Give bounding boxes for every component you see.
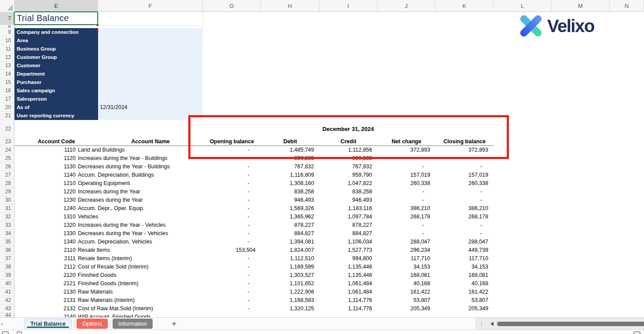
cell-credit[interactable]: 1,047,822 (319, 179, 377, 188)
cell-closing-balance[interactable]: - (435, 154, 494, 163)
filter-label-area[interactable]: Area (15, 36, 98, 45)
cell-account-name[interactable]: Decreases during the Year - Buildings (76, 163, 203, 171)
cell-closing-balance[interactable]: 34,153 (435, 263, 494, 271)
cell-opening-balance[interactable]: - (203, 271, 261, 280)
cell-net-change[interactable]: 268,178 (377, 213, 435, 221)
row-header-31[interactable]: 31 (0, 204, 14, 213)
cell-account-name[interactable]: WIP Account, Finished Goods (76, 313, 203, 317)
filter-label-as-of[interactable]: As of (15, 103, 98, 112)
cell-account-name[interactable]: Cost of Raw Mat.Sold (Interim) (76, 305, 203, 313)
cell-debit[interactable]: 1,222,906 (261, 288, 319, 296)
cell-account-code[interactable]: 2131 (15, 296, 76, 305)
cell-debit[interactable]: 1,365,962 (261, 213, 319, 221)
cell-opening-balance[interactable]: - (203, 171, 261, 179)
cell-debit[interactable]: 1,112,510 (261, 254, 319, 263)
cell-credit[interactable]: 1,527,773 (319, 246, 377, 254)
cell-opening-balance[interactable]: - (203, 221, 261, 229)
cell-credit[interactable]: 878,227 (319, 221, 377, 229)
row-header-38[interactable]: 38 (0, 263, 14, 271)
cell-closing-balance[interactable]: 157,019 (435, 171, 494, 179)
filter-value-field[interactable] (98, 28, 203, 36)
cell-closing-balance[interactable]: 386,210 (435, 204, 494, 213)
cell-credit[interactable]: 1,106,034 (319, 238, 377, 246)
cell-net-change[interactable]: - (377, 196, 435, 204)
row-header-36[interactable]: 36 (0, 246, 14, 254)
cell-account-name[interactable]: Land and Buildings (76, 146, 203, 154)
cell-net-change[interactable]: 53,807 (377, 296, 435, 305)
cell-opening-balance[interactable]: - (203, 288, 261, 296)
row-header-17[interactable]: 17 (0, 95, 14, 103)
select-all-corner[interactable] (0, 0, 15, 12)
cell-account-code[interactable]: 1130 (15, 163, 76, 171)
cell-net-change[interactable]: 260,338 (377, 179, 435, 188)
cell-net-change[interactable]: 386,210 (377, 204, 435, 213)
cell-account-code[interactable]: 1310 (15, 213, 76, 221)
cell-credit[interactable]: 1,183,116 (319, 204, 377, 213)
report-column-header[interactable]: Account Name (98, 138, 203, 145)
report-column-header[interactable]: Net change (377, 138, 435, 145)
cell-credit[interactable]: 1,114,776 (319, 305, 377, 313)
cell-net-change[interactable]: - (377, 154, 435, 163)
row-header-7[interactable]: 7 (0, 12, 14, 25)
cell-opening-balance[interactable]: - (203, 238, 261, 246)
cell-opening-balance[interactable]: - (203, 296, 261, 305)
cell-closing-balance[interactable]: - (435, 163, 494, 171)
cell-net-change[interactable]: - (377, 188, 435, 196)
column-header-g[interactable]: G (203, 0, 261, 12)
cell-net-change[interactable]: - (377, 221, 435, 229)
hscrollbar-track[interactable] (496, 321, 644, 327)
cell-closing-balance[interactable]: 205,349 (435, 305, 494, 313)
row-header-13[interactable]: 13 (0, 62, 14, 70)
row-header-33[interactable]: 33 (0, 221, 14, 229)
filter-value-field[interactable] (98, 112, 203, 120)
cell-debit[interactable]: 1,168,583 (261, 296, 319, 305)
cell-account-name[interactable]: Increases during the Year (76, 188, 203, 196)
cell-debit[interactable]: 1,101,652 (261, 280, 319, 288)
cell-account-code[interactable]: 2132 (15, 305, 76, 313)
row-header-25[interactable]: 25 (0, 154, 14, 163)
cell-account-name[interactable]: Increases during the Year - Buildings (76, 154, 203, 163)
cell-credit[interactable]: 767,832 (319, 163, 377, 171)
cell-closing-balance[interactable]: 260,338 (435, 179, 494, 188)
row-header-8[interactable]: 8 (0, 25, 14, 28)
report-column-header[interactable]: Debit (261, 138, 319, 145)
report-column-header[interactable]: Closing balance (435, 138, 494, 145)
cell-debit[interactable]: 838,258 (261, 188, 319, 196)
cell-opening-balance[interactable]: - (203, 146, 261, 154)
filter-value-field[interactable] (98, 36, 203, 45)
cell-net-change[interactable]: 296,234 (377, 246, 435, 254)
filter-label-business-group[interactable]: Business Group (15, 45, 98, 53)
cell-closing-balance[interactable]: - (435, 229, 494, 238)
row-header-10[interactable]: 10 (0, 36, 14, 45)
cell-account-name[interactable]: Raw Materials (Interim) (76, 296, 203, 305)
cell-debit[interactable]: 1,394,081 (261, 238, 319, 246)
filter-label-purchaser[interactable]: Purchaser (15, 78, 98, 87)
cell-opening-balance[interactable]: - (203, 213, 261, 221)
cell-closing-balance[interactable]: - (435, 196, 494, 204)
cell-credit[interactable]: 946,493 (319, 196, 377, 204)
cell-debit[interactable]: 1,320,125 (261, 305, 319, 313)
column-header-j[interactable]: J (377, 0, 435, 12)
filter-label-salesperson[interactable]: Salesperson (15, 95, 98, 103)
cell-closing-balance[interactable]: - (435, 188, 494, 196)
cell-account-code[interactable]: 1110 (15, 146, 76, 154)
row-header-29[interactable]: 29 (0, 188, 14, 196)
filter-label-customer-group[interactable]: Customer Group (15, 53, 98, 62)
row-header-16[interactable]: 16 (0, 87, 14, 95)
cell-account-code[interactable]: 2112 (15, 263, 76, 271)
cell-credit[interactable]: 890,285 (319, 154, 377, 163)
row-header-22[interactable]: 22 (0, 120, 14, 138)
selection-fill-handle[interactable] (96, 23, 99, 26)
cell-account-name[interactable]: Decreases during the Year (76, 196, 203, 204)
add-sheet-button[interactable]: + (172, 319, 176, 329)
cell-credit[interactable]: 838,258 (319, 188, 377, 196)
cell-account-name[interactable]: Resale Items (Interim) (76, 254, 203, 263)
row-header-20[interactable]: 20 (0, 103, 14, 112)
sheet-tab-information[interactable]: Information (113, 319, 153, 329)
cell-net-change[interactable]: 205,349 (377, 305, 435, 313)
cell-net-change[interactable]: - (377, 163, 435, 171)
status-icon[interactable] (633, 331, 640, 334)
column-header-f[interactable]: F (98, 0, 203, 12)
cell-credit[interactable]: 1,135,446 (319, 263, 377, 271)
cell-account-code[interactable]: 1320 (15, 221, 76, 229)
